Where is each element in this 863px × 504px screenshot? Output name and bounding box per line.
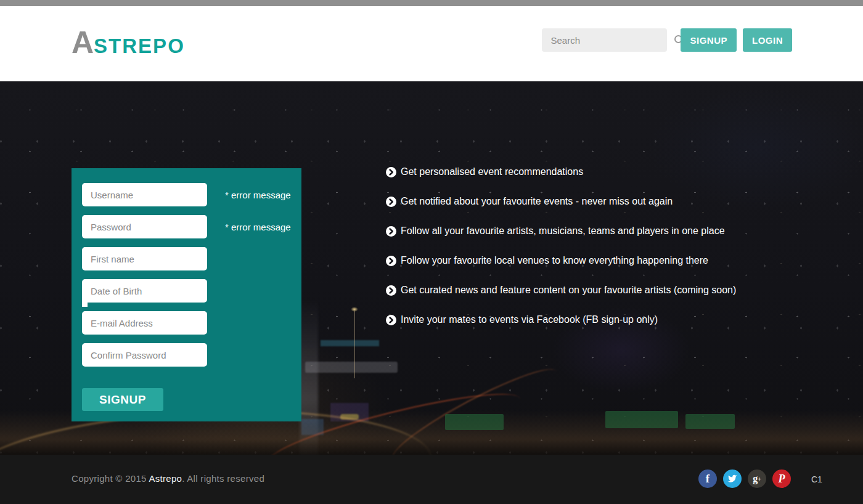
background-road-sign	[685, 414, 735, 429]
chevron-circle-icon	[386, 285, 396, 296]
benefit-text: Get personalised event recommendations	[401, 166, 583, 177]
username-error: * error message	[225, 190, 291, 200]
dob-row	[82, 279, 301, 303]
background-window-purple	[330, 403, 369, 421]
chevron-circle-icon	[386, 256, 396, 266]
benefit-text: Follow your favourite local venues to kn…	[401, 255, 708, 266]
date-of-birth-field[interactable]	[82, 279, 207, 303]
benefit-item: Follow your favourite local venues to kn…	[386, 252, 736, 269]
background-building-glow	[300, 297, 318, 455]
username-row: * error message	[82, 183, 301, 206]
benefit-text: Get curated news and feature content on …	[401, 285, 736, 296]
datepicker-notch	[82, 301, 88, 307]
logo-initial: A	[72, 25, 94, 60]
header-login-button[interactable]: LOGIN	[743, 28, 792, 52]
signup-submit-button[interactable]: SIGNUP	[82, 388, 163, 411]
top-strip	[0, 0, 863, 6]
chevron-circle-icon	[386, 197, 396, 207]
twitter-icon[interactable]	[723, 469, 742, 488]
hero-section: SIGNUP * error message * error message	[0, 81, 863, 455]
benefit-text: Follow all your favourite artists, music…	[401, 226, 725, 237]
firstname-row	[82, 247, 301, 270]
benefit-text: Get notified about your favourite events…	[401, 196, 673, 207]
background-light-trail	[264, 381, 525, 455]
background-road-sign	[605, 411, 678, 428]
background-train	[305, 362, 398, 373]
header-signup-button[interactable]: SIGNUP	[681, 28, 737, 52]
googleplus-icon[interactable]: g+	[748, 469, 766, 488]
pinterest-icon[interactable]: P	[772, 469, 791, 488]
footer: Copyright © 2015 Astrepo. All rights res…	[0, 455, 863, 504]
chevron-circle-icon	[386, 167, 396, 177]
background-road-sign	[445, 414, 504, 430]
background-window-blue	[301, 419, 324, 435]
footer-badge: C1	[811, 474, 822, 484]
email-row	[82, 311, 301, 335]
copyright-text: Copyright © 2015 Astrepo. All rights res…	[72, 473, 264, 484]
password-error: * error message	[225, 222, 291, 232]
benefit-text: Invite your mates to events via Facebook…	[401, 314, 658, 325]
benefit-item: Get personalised event recommendations	[386, 163, 736, 181]
background-light-trail	[386, 358, 563, 455]
search-box	[542, 28, 667, 52]
footer-brand: Astrepo	[149, 473, 182, 484]
signup-form-panel: * error message * error message SIGNUP	[72, 168, 301, 421]
search-input[interactable]	[550, 35, 673, 46]
background-street-lamp	[354, 311, 355, 378]
first-name-field[interactable]	[82, 247, 207, 270]
logo[interactable]: ASTREPO	[72, 25, 185, 60]
benefit-item: Get curated news and feature content on …	[386, 282, 736, 299]
social-links: f g+ P	[698, 469, 797, 488]
chevron-circle-icon	[386, 315, 396, 325]
background-light-yellow	[340, 414, 359, 420]
password-row: * error message	[82, 215, 301, 238]
chevron-circle-icon	[386, 226, 396, 237]
confirm-password-row	[82, 343, 301, 367]
background-neon-sign	[321, 340, 379, 346]
benefit-item: Follow all your favourite artists, music…	[386, 222, 736, 240]
benefit-item: Invite your mates to events via Facebook…	[386, 311, 736, 328]
header: ASTREPO SIGNUP LOGIN	[0, 6, 863, 81]
logo-text: STREPO	[94, 35, 185, 57]
benefit-item: Get notified about your favourite events…	[386, 193, 736, 210]
facebook-icon[interactable]: f	[698, 469, 717, 488]
username-field[interactable]	[82, 183, 207, 206]
password-field[interactable]	[82, 215, 207, 238]
benefits-list: Get personalised event recommendations G…	[386, 163, 736, 341]
confirm-password-field[interactable]	[82, 343, 207, 367]
email-field[interactable]	[82, 311, 207, 335]
